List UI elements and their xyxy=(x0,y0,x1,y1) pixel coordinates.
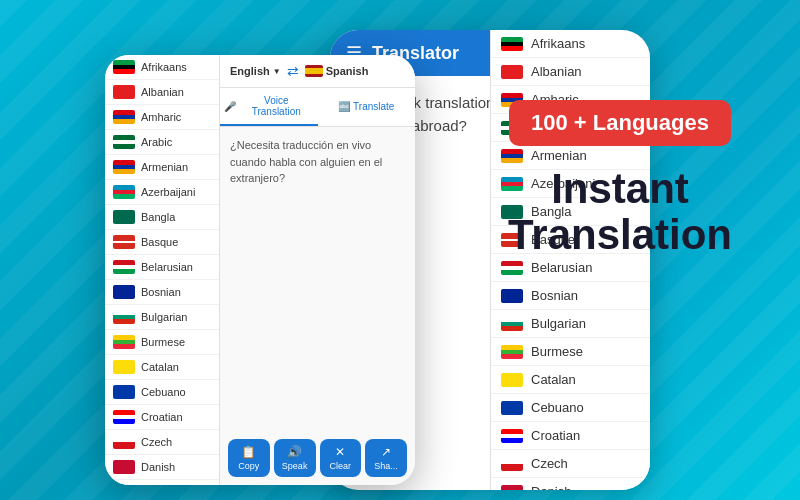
sidebar-language-item[interactable]: Dutch xyxy=(105,480,219,485)
language-list-item[interactable]: Bulgarian xyxy=(491,310,650,338)
sidebar-language-flag xyxy=(113,460,135,474)
sidebar-language-item[interactable]: Bulgarian xyxy=(105,305,219,330)
text-tab-label: Translate xyxy=(353,101,394,112)
action-buttons-bar: 📋 Copy 🔊 Speak ✕ Clear ↗ Sha... xyxy=(220,439,415,477)
language-flag xyxy=(501,345,523,359)
language-flag xyxy=(501,289,523,303)
languages-badge: 100 + Languages xyxy=(509,100,731,146)
sidebar-language-item[interactable]: Bosnian xyxy=(105,280,219,305)
sidebar-language-item[interactable]: Belarusian xyxy=(105,255,219,280)
language-name: Catalan xyxy=(531,372,576,387)
sidebar-language-name: Basque xyxy=(141,236,178,248)
target-lang-label: Spanish xyxy=(326,65,369,77)
language-list-item[interactable]: Albanian xyxy=(491,58,650,86)
sidebar-language-name: Afrikaans xyxy=(141,61,187,73)
sidebar-language-name: Czech xyxy=(141,436,172,448)
sidebar-language-flag xyxy=(113,235,135,249)
language-bar: English ▼ ⇄ Spanish xyxy=(220,55,415,88)
hero-line1: Instant xyxy=(551,165,689,212)
sidebar-language-item[interactable]: Arabic xyxy=(105,130,219,155)
speak-button[interactable]: 🔊 Speak xyxy=(274,439,316,477)
language-list-item[interactable]: Bosnian xyxy=(491,282,650,310)
sidebar-language-flag xyxy=(113,135,135,149)
language-flag xyxy=(501,401,523,415)
sidebar-language-item[interactable]: Albanian xyxy=(105,80,219,105)
language-list-item[interactable]: Croatian xyxy=(491,422,650,450)
language-list: AfrikaansAlbanianAmharicArabicArmenianAz… xyxy=(491,30,650,490)
translation-output: ¿Necesita traducción en vivo cuando habl… xyxy=(220,127,415,197)
swap-icon[interactable]: ⇄ xyxy=(287,63,299,79)
language-name: Czech xyxy=(531,456,568,471)
source-lang-selector[interactable]: English ▼ xyxy=(230,65,281,77)
sidebar-language-flag xyxy=(113,410,135,424)
clear-label: Clear xyxy=(330,461,352,471)
language-flag xyxy=(501,317,523,331)
language-list-item[interactable]: Danish xyxy=(491,478,650,490)
sidebar-language-name: Bosnian xyxy=(141,286,181,298)
language-flag xyxy=(501,485,523,491)
language-name: Bulgarian xyxy=(531,316,586,331)
sidebar-language-item[interactable]: Azerbaijani xyxy=(105,180,219,205)
sidebar-language-flag xyxy=(113,435,135,449)
sidebar-language-item[interactable]: Croatian xyxy=(105,405,219,430)
translation-tabs: 🎤 Voice Translation 🔤 Translate xyxy=(220,88,415,127)
front-phone: AfrikaansAlbanianAmharicArabicArmenianAz… xyxy=(105,55,415,485)
front-lang-sidebar: AfrikaansAlbanianAmharicArabicArmenianAz… xyxy=(105,55,220,485)
language-flag xyxy=(501,65,523,79)
language-name: Croatian xyxy=(531,428,580,443)
sidebar-language-item[interactable]: Cebuano xyxy=(105,380,219,405)
sidebar-language-name: Bangla xyxy=(141,211,175,223)
share-button[interactable]: ↗ Sha... xyxy=(365,439,407,477)
language-name: Bosnian xyxy=(531,288,578,303)
voice-tab-label: Voice Translation xyxy=(239,95,314,117)
language-name: Afrikaans xyxy=(531,36,585,51)
hero-line2: Translation xyxy=(508,211,732,258)
language-name: Cebuano xyxy=(531,400,584,415)
language-list-item[interactable]: Afrikaans xyxy=(491,30,650,58)
sidebar-language-item[interactable]: Armenian xyxy=(105,155,219,180)
language-dropdown: AfrikaansAlbanianAmharicArabicArmenianAz… xyxy=(490,30,650,490)
sidebar-language-flag xyxy=(113,385,135,399)
sidebar-language-item[interactable]: Catalan xyxy=(105,355,219,380)
share-icon: ↗ xyxy=(381,445,391,459)
sidebar-language-item[interactable]: Danish xyxy=(105,455,219,480)
front-main-area: English ▼ ⇄ Spanish 🎤 Voice Translation … xyxy=(220,55,415,485)
speak-label: Speak xyxy=(282,461,308,471)
sidebar-language-item[interactable]: Basque xyxy=(105,230,219,255)
share-label: Sha... xyxy=(374,461,398,471)
sidebar-language-flag xyxy=(113,360,135,374)
text-translation-tab[interactable]: 🔤 Translate xyxy=(318,88,416,126)
sidebar-language-name: Arabic xyxy=(141,136,172,148)
sidebar-language-flag xyxy=(113,110,135,124)
sidebar-language-flag xyxy=(113,260,135,274)
language-name: Albanian xyxy=(531,64,582,79)
sidebar-language-item[interactable]: Burmese xyxy=(105,330,219,355)
sidebar-language-name: Bulgarian xyxy=(141,311,187,323)
sidebar-language-flag xyxy=(113,185,135,199)
voice-translation-tab[interactable]: 🎤 Voice Translation xyxy=(220,88,318,126)
copy-button[interactable]: 📋 Copy xyxy=(228,439,270,477)
clear-icon: ✕ xyxy=(335,445,345,459)
mic-icon: 🎤 xyxy=(224,101,236,112)
source-lang-chevron: ▼ xyxy=(273,67,281,76)
language-list-item[interactable]: Burmese xyxy=(491,338,650,366)
spanish-flag xyxy=(305,65,323,77)
right-panel: 100 + Languages Instant Translation xyxy=(480,100,760,258)
sidebar-language-name: Azerbaijani xyxy=(141,186,195,198)
sidebar-language-flag xyxy=(113,85,135,99)
speak-icon: 🔊 xyxy=(287,445,302,459)
language-list-item[interactable]: Czech xyxy=(491,450,650,478)
language-flag xyxy=(501,261,523,275)
language-name: Burmese xyxy=(531,344,583,359)
sidebar-language-item[interactable]: Bangla xyxy=(105,205,219,230)
translate-icon: 🔤 xyxy=(338,101,350,112)
clear-button[interactable]: ✕ Clear xyxy=(320,439,362,477)
target-lang-selector[interactable]: Spanish xyxy=(305,65,369,77)
sidebar-language-item[interactable]: Amharic xyxy=(105,105,219,130)
sidebar-language-name: Albanian xyxy=(141,86,184,98)
language-list-item[interactable]: Catalan xyxy=(491,366,650,394)
language-flag xyxy=(501,373,523,387)
sidebar-language-item[interactable]: Afrikaans xyxy=(105,55,219,80)
language-list-item[interactable]: Cebuano xyxy=(491,394,650,422)
sidebar-language-item[interactable]: Czech xyxy=(105,430,219,455)
